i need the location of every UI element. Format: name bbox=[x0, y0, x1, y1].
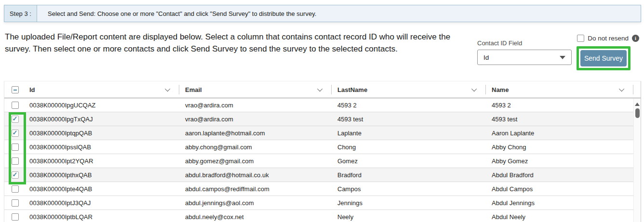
cell-email: aaron.laplante@hotmail.com bbox=[179, 130, 331, 137]
survey-send-page: Step 3 : Select and Send: Choose one or … bbox=[0, 5, 644, 222]
row-checkbox[interactable] bbox=[12, 213, 19, 221]
cell-email: abby.gomez@gmail.com bbox=[179, 157, 331, 165]
highlight-box-send-survey: Send Survey bbox=[577, 46, 631, 70]
cell-id: 0038K00000IptJ3QAJ bbox=[26, 199, 179, 207]
row-checkbox[interactable] bbox=[12, 171, 19, 179]
controls-panel: Do not resend Contact ID Field Id Send S… bbox=[460, 31, 641, 78]
contacts-table: Id Email LastName Name 0038K00000IpgUCQA… bbox=[4, 81, 641, 222]
cell-name: Abby Gomez bbox=[485, 157, 633, 165]
cell-email: vrao@ardira.com bbox=[179, 102, 331, 109]
chevron-down-icon[interactable] bbox=[317, 86, 322, 91]
row-checkbox-cell bbox=[4, 185, 26, 193]
select-all-cell bbox=[4, 81, 26, 98]
cell-last-name: 4593 test bbox=[331, 116, 485, 123]
chevron-down-icon[interactable] bbox=[471, 86, 477, 91]
cell-last-name: Bradford bbox=[331, 171, 485, 179]
cell-email: abby.chong@gmail.com bbox=[179, 144, 331, 151]
cell-id: 0038K00000IptbLQAR bbox=[26, 213, 179, 221]
table-row: 0038K00000IpgTxQAJvrao@ardira.com4593 te… bbox=[4, 112, 641, 126]
cell-id: 0038K00000Ipt2YQAR bbox=[26, 157, 179, 165]
cell-name: Abdul Neely bbox=[485, 213, 633, 221]
table-row: 0038K00000Ipt2YQARabby.gomez@gmail.comGo… bbox=[4, 154, 641, 168]
cell-id: 0038K00000Ipte4QAB bbox=[26, 185, 179, 193]
row-checkbox[interactable] bbox=[12, 102, 19, 109]
cell-name: Aaron Laplante bbox=[485, 130, 633, 137]
vertical-scrollbar[interactable] bbox=[633, 99, 641, 222]
table-row: 0038K00000IpsslQABabby.chong@gmail.comCh… bbox=[4, 140, 641, 154]
cell-email: abdul.neely@cox.net bbox=[179, 213, 331, 221]
header-scroll-gutter bbox=[633, 81, 641, 98]
contact-id-field-group: Contact ID Field Id bbox=[477, 39, 572, 65]
cell-name: 4593 2 bbox=[485, 102, 633, 109]
cell-last-name: Gomez bbox=[331, 157, 485, 165]
cell-email: abdul.jennings@aol.com bbox=[179, 199, 331, 207]
row-checkbox[interactable] bbox=[12, 185, 19, 193]
column-header-name-label[interactable]: Name bbox=[492, 86, 509, 93]
row-checkbox[interactable] bbox=[12, 157, 19, 165]
scroll-thumb[interactable] bbox=[635, 108, 640, 118]
cell-name: Abdul Bradford bbox=[485, 171, 633, 179]
contact-id-field-label: Contact ID Field bbox=[477, 39, 572, 47]
row-checkbox-cell bbox=[4, 213, 26, 221]
cell-email: abdul.bradford@hotmail.co.uk bbox=[179, 171, 331, 179]
table-header: Id Email LastName Name bbox=[4, 81, 641, 98]
contact-id-field-value: Id bbox=[483, 54, 489, 61]
column-header-lastname-label[interactable]: LastName bbox=[337, 86, 367, 93]
table-row: 0038K00000Ipte4QABabdul.campos@rediffmai… bbox=[4, 182, 641, 196]
cell-last-name: Jennings bbox=[331, 199, 485, 207]
step-label: Step 3 : bbox=[4, 5, 37, 22]
row-checkbox-cell bbox=[4, 171, 26, 179]
caret-up-icon[interactable] bbox=[635, 103, 640, 106]
cell-email: vrao@ardira.com bbox=[179, 116, 331, 123]
row-checkbox-cell bbox=[4, 102, 26, 109]
info-circle-icon[interactable] bbox=[632, 35, 639, 42]
cell-last-name: Campos bbox=[331, 185, 485, 193]
intro-row: The uploaded File/Report content are dis… bbox=[5, 31, 641, 78]
column-header-lastname: LastName bbox=[331, 81, 485, 98]
chevron-down-icon[interactable] bbox=[165, 86, 170, 91]
send-survey-button[interactable]: Send Survey bbox=[580, 50, 627, 66]
row-checkbox-cell bbox=[4, 116, 26, 123]
cell-name: Abdul Campos bbox=[485, 185, 633, 193]
contact-id-field-select[interactable]: Id bbox=[477, 50, 572, 65]
cell-last-name: Chong bbox=[331, 144, 485, 151]
cell-id: 0038K00000IpsslQAB bbox=[26, 144, 179, 151]
row-checkbox[interactable] bbox=[12, 144, 19, 151]
column-header-id-label[interactable]: Id bbox=[29, 86, 35, 93]
cell-name: 4593 test bbox=[485, 116, 633, 123]
table-row: 0038K00000IpthxQABabdul.bradford@hotmail… bbox=[4, 168, 641, 182]
table-row: 0038K00000IptqpQABaaron.laplante@hotmail… bbox=[4, 126, 641, 140]
row-checkbox-cell bbox=[4, 157, 26, 165]
cell-id: 0038K00000IpgTxQAJ bbox=[26, 116, 179, 123]
cell-last-name: Laplante bbox=[331, 130, 485, 137]
intro-text: The uploaded File/Report content are dis… bbox=[5, 31, 460, 78]
cell-id: 0038K00000IpthxQAB bbox=[26, 171, 179, 179]
cell-name: Abdul Jennings bbox=[485, 199, 633, 207]
row-checkbox-cell bbox=[4, 144, 26, 151]
cell-id: 0038K00000IpgUCQAZ bbox=[26, 102, 179, 109]
row-checkbox[interactable] bbox=[12, 130, 19, 137]
row-checkbox-cell bbox=[4, 199, 26, 207]
row-checkbox[interactable] bbox=[12, 116, 19, 123]
cell-id: 0038K00000IptqpQAB bbox=[26, 130, 179, 137]
table-row: 0038K00000IptbLQARabdul.neely@cox.netNee… bbox=[4, 210, 641, 222]
do-not-resend-checkbox[interactable] bbox=[577, 35, 584, 42]
row-checkbox[interactable] bbox=[12, 199, 19, 207]
step-message: Select and Send: Choose one or more "Con… bbox=[37, 5, 316, 22]
cell-last-name: Neely bbox=[331, 213, 485, 221]
column-header-name: Name bbox=[485, 81, 633, 98]
column-header-email-label[interactable]: Email bbox=[185, 86, 202, 93]
cell-email: abdul.campos@rediffmail.com bbox=[179, 185, 331, 193]
table-row: 0038K00000IptJ3QAJabdul.jennings@aol.com… bbox=[4, 196, 641, 210]
cell-last-name: 4593 2 bbox=[331, 102, 485, 109]
step-bar: Step 3 : Select and Send: Choose one or … bbox=[4, 5, 641, 22]
row-checkbox-cell bbox=[4, 130, 26, 137]
chevron-down-icon[interactable] bbox=[619, 86, 624, 91]
select-all-checkbox[interactable] bbox=[12, 86, 19, 93]
cell-name: Abby Chong bbox=[485, 144, 633, 151]
column-header-email: Email bbox=[179, 81, 331, 98]
table-row: 0038K00000IpgUCQAZvrao@ardira.com4593 24… bbox=[4, 98, 641, 112]
table-body: 0038K00000IpgUCQAZvrao@ardira.com4593 24… bbox=[4, 98, 641, 222]
do-not-resend-label: Do not resend bbox=[588, 35, 629, 42]
column-header-id: Id bbox=[26, 81, 179, 98]
